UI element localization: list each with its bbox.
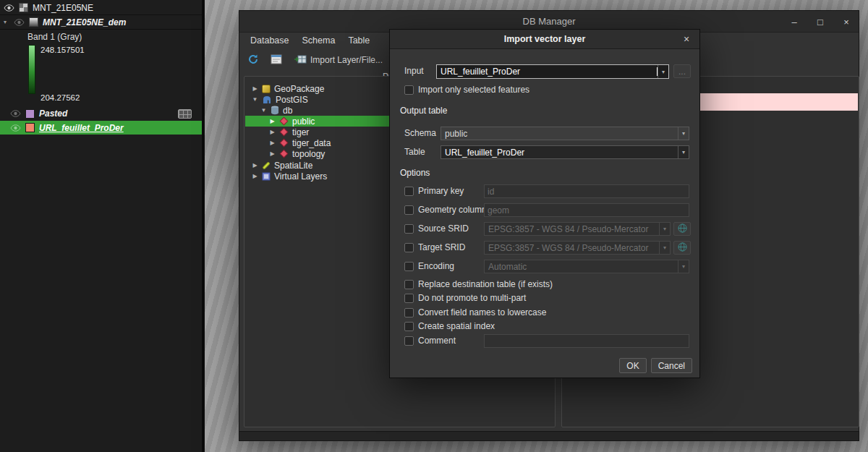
geopackage-icon	[262, 85, 271, 93]
primary-key-label: Primary key	[418, 184, 464, 198]
schema-select[interactable]: public ▾	[441, 127, 689, 140]
tree-item-label: Virtual Layers	[274, 171, 327, 182]
chevron-right-icon[interactable]: ▶	[252, 85, 258, 92]
spatial-index-checkbox[interactable]	[404, 322, 414, 331]
menu-table[interactable]: Table	[341, 34, 376, 47]
no-multipart-checkbox[interactable]	[404, 294, 414, 303]
schema-label: Schema	[404, 127, 436, 140]
source-srid-globe-button	[673, 222, 691, 236]
menu-schema[interactable]: Schema	[296, 34, 342, 47]
layer-item-url-feuillet[interactable]: URL_feuillet_ProDer	[0, 121, 202, 135]
raster-layer-icon	[19, 3, 28, 12]
tree-item-label: public	[292, 116, 315, 127]
only-selected-checkbox[interactable]	[404, 85, 414, 95]
layer-item-mnt[interactable]: MNT_21E05NE	[0, 1, 202, 15]
refresh-icon	[247, 54, 259, 67]
visibility-eye-icon[interactable]	[10, 110, 21, 117]
chevron-right-icon[interactable]: ▶	[269, 129, 276, 135]
schema-icon	[279, 138, 289, 148]
chevron-down-icon[interactable]: ▾	[678, 127, 689, 140]
table-combobox[interactable]: URL_feuillet_ProDer ▾	[441, 145, 689, 159]
lowercase-checkbox[interactable]	[404, 308, 414, 317]
chevron-right-icon[interactable]: ▶	[269, 140, 276, 146]
chevron-right-icon[interactable]: ▶	[252, 173, 258, 179]
window-title: DB Manager	[523, 16, 576, 27]
layer-label: URL_feuillet_ProDer	[39, 123, 124, 133]
chevron-expanded-icon[interactable]: ▾	[4, 19, 9, 25]
only-selected-label: Import only selected features	[418, 83, 529, 97]
chevron-right-icon[interactable]: ▶	[252, 162, 258, 169]
replace-table-checkbox[interactable]	[404, 280, 414, 289]
comment-input	[484, 334, 689, 348]
refresh-button[interactable]	[245, 51, 261, 69]
close-button[interactable]: ×	[841, 17, 851, 27]
source-srid-checkbox[interactable]	[404, 224, 414, 234]
lowercase-label: Convert field names to lowercase	[418, 306, 546, 320]
tree-item-label: PostGIS	[276, 95, 308, 105]
encoding-checkbox[interactable]	[404, 262, 414, 271]
schema-value: public	[441, 129, 678, 139]
output-table-heading: Output table	[400, 106, 447, 116]
minimize-button[interactable]: –	[789, 17, 799, 27]
spatialite-icon	[262, 161, 271, 170]
vector-layer-swatch	[25, 109, 35, 119]
input-combobox[interactable]: URL_feuillet_ProDer ▾	[436, 64, 669, 79]
visibility-eye-icon[interactable]	[4, 4, 14, 12]
primary-key-checkbox[interactable]	[404, 187, 414, 196]
chevron-down-icon: ▾	[659, 223, 670, 235]
layer-label: MNT_21E05NE_dem	[43, 17, 126, 27]
target-srid-checkbox[interactable]	[404, 243, 414, 252]
comment-checkbox[interactable]	[404, 336, 414, 346]
visibility-eye-icon[interactable]	[14, 19, 25, 26]
tree-item-label: topology	[292, 149, 325, 159]
schema-icon	[279, 127, 289, 137]
geometry-column-input	[484, 203, 689, 217]
ok-button[interactable]: OK	[619, 358, 646, 373]
spatial-index-label: Create spatial index	[418, 320, 495, 333]
layer-item-pasted[interactable]: Pasted	[0, 106, 202, 121]
ramp-max-value: 248.157501	[41, 46, 85, 54]
sql-window-icon	[271, 54, 282, 67]
virtual-layers-icon	[262, 172, 271, 181]
globe-icon	[678, 223, 687, 235]
primary-key-input	[484, 184, 689, 198]
ramp-min-value: 204.27562	[41, 93, 80, 102]
schema-icon	[279, 116, 289, 126]
layer-item-mnt-dem[interactable]: ▾ MNT_21E05NE_dem	[0, 15, 202, 30]
geometry-column-checkbox[interactable]	[404, 205, 414, 215]
chevron-right-icon[interactable]: ▶	[269, 118, 276, 124]
tree-item-label: db	[283, 106, 292, 116]
visibility-eye-icon[interactable]	[10, 124, 21, 132]
color-ramp	[28, 45, 35, 94]
comment-label: Comment	[418, 334, 456, 348]
schema-icon	[279, 149, 289, 158]
import-layer-button[interactable]: Import Layer/File...	[292, 52, 385, 69]
chevron-right-icon[interactable]: ▶	[269, 150, 276, 157]
chevron-down-icon[interactable]: ▾	[658, 65, 668, 78]
dialog-close-button[interactable]: ×	[681, 33, 692, 45]
chevron-down-icon[interactable]: ▼	[252, 96, 258, 103]
chevron-down-icon[interactable]: ▼	[260, 107, 267, 114]
tree-item-label: SpatiaLite	[274, 161, 312, 171]
window-statusbar	[239, 431, 859, 440]
input-label: Input	[404, 64, 424, 78]
import-layer-label: Import Layer/File...	[310, 55, 383, 65]
maximize-button[interactable]: □	[815, 17, 825, 27]
dialog-titlebar[interactable]: Import vector layer	[390, 30, 699, 49]
chevron-down-icon[interactable]: ▾	[678, 146, 689, 158]
target-srid-value: EPSG:3857 - WGS 84 / Pseudo-Mercator	[485, 243, 659, 253]
target-srid-label: Target SRID	[418, 241, 465, 255]
tree-item-label: GeoPackage	[274, 84, 324, 94]
tree-item-label: tiger_data	[292, 138, 331, 148]
input-value: URL_feuillet_ProDer	[437, 67, 656, 77]
band-label: Band 1 (Gray)	[27, 32, 82, 42]
layers-panel: MNT_21E05NE ▾ MNT_21E05NE_dem Band 1 (Gr…	[0, 0, 205, 452]
menu-database[interactable]: Database	[244, 34, 296, 47]
cancel-button[interactable]: Cancel	[651, 358, 692, 373]
target-srid-select: EPSG:3857 - WGS 84 / Pseudo-Mercator ▾	[484, 241, 671, 255]
layer-label: MNT_21E05NE	[33, 3, 93, 13]
target-srid-globe-button	[673, 241, 691, 255]
source-srid-value: EPSG:3857 - WGS 84 / Pseudo-Mercator	[485, 224, 659, 234]
sql-window-button[interactable]	[268, 51, 284, 69]
chevron-down-icon: ▾	[678, 260, 689, 273]
